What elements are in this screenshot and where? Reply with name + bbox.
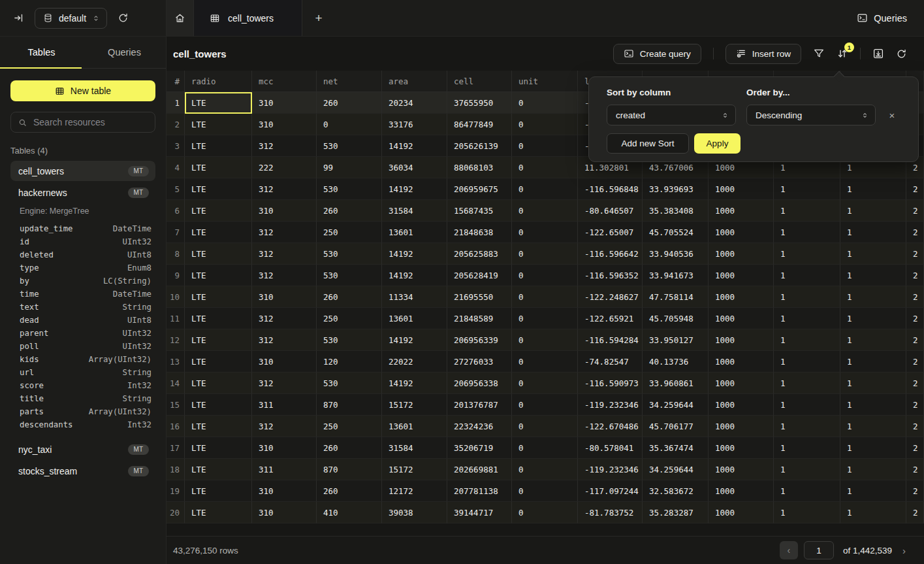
table-cell[interactable]: 1 bbox=[840, 308, 906, 329]
table-cell[interactable]: 530 bbox=[317, 178, 382, 200]
sort-column-select[interactable]: created bbox=[607, 105, 736, 125]
table-cell[interactable]: LTE bbox=[185, 200, 252, 222]
table-cell[interactable]: -116.596642 bbox=[578, 243, 643, 265]
table-cell[interactable]: 1000 bbox=[709, 437, 774, 459]
table-cell[interactable]: -74.82547 bbox=[578, 351, 643, 373]
table-cell[interactable]: 37655950 bbox=[447, 92, 512, 114]
table-cell[interactable]: 530 bbox=[317, 373, 382, 394]
remove-sort-button[interactable]: × bbox=[884, 107, 900, 123]
table-cell[interactable]: 120 bbox=[317, 351, 382, 373]
table-cell[interactable]: -119.232346 bbox=[578, 459, 643, 480]
table-cell[interactable]: 312 bbox=[252, 373, 317, 394]
table-cell[interactable]: 312 bbox=[252, 135, 317, 157]
table-cell[interactable]: 206956338 bbox=[447, 373, 512, 394]
table-cell[interactable]: 11334 bbox=[382, 286, 447, 308]
refresh-connection-icon[interactable] bbox=[118, 12, 129, 24]
table-cell[interactable]: 32.583672 bbox=[643, 480, 709, 502]
table-cell[interactable]: -116.596848 bbox=[578, 178, 643, 200]
table-cell[interactable]: 1000 bbox=[709, 265, 774, 286]
table-cell[interactable]: -117.097244 bbox=[578, 480, 643, 502]
table-cell[interactable]: 2 bbox=[906, 502, 924, 523]
table-cell[interactable]: 1 bbox=[774, 373, 840, 394]
table-cell[interactable]: 1000 bbox=[709, 200, 774, 222]
table-cell[interactable]: 36034 bbox=[382, 157, 447, 178]
sidebar-item-nyc-taxi[interactable]: nyc_taxi MT bbox=[10, 439, 155, 459]
table-cell[interactable]: 250 bbox=[317, 222, 382, 243]
selected-cell[interactable]: LTE bbox=[185, 92, 252, 114]
table-cell[interactable]: -116.594284 bbox=[578, 329, 643, 351]
create-query-button[interactable]: Create query bbox=[613, 44, 701, 64]
table-cell[interactable]: 45.705524 bbox=[643, 222, 709, 243]
table-cell[interactable]: 1 bbox=[840, 178, 906, 200]
table-row[interactable]: 9LTE312530141922056284190-116.59635233.9… bbox=[167, 265, 924, 286]
table-cell[interactable]: 2 bbox=[906, 394, 924, 416]
table-row[interactable]: 7LTE31225013601218486380-122.6500745.705… bbox=[167, 222, 924, 243]
table-cell[interactable]: 1 bbox=[774, 222, 840, 243]
table-cell[interactable]: 206959675 bbox=[447, 178, 512, 200]
table-cell[interactable]: 1 bbox=[840, 286, 906, 308]
table-cell[interactable]: -81.783752 bbox=[578, 502, 643, 523]
table-cell[interactable]: 33.950127 bbox=[643, 329, 709, 351]
table-cell[interactable]: 1000 bbox=[709, 459, 774, 480]
table-cell[interactable]: 33.960861 bbox=[643, 373, 709, 394]
table-cell[interactable]: 0 bbox=[317, 114, 382, 135]
table-cell[interactable]: 1 bbox=[774, 178, 840, 200]
sidebar-tab-tables[interactable]: Tables bbox=[0, 37, 83, 68]
table-cell[interactable]: 312 bbox=[252, 416, 317, 437]
table-row[interactable]: 6LTE31026031584156874350-80.64650735.383… bbox=[167, 200, 924, 222]
table-cell[interactable]: -122.65921 bbox=[578, 308, 643, 329]
table-cell[interactable]: 2 bbox=[906, 265, 924, 286]
collapse-sidebar-icon[interactable] bbox=[13, 12, 24, 24]
table-cell[interactable]: 870 bbox=[317, 459, 382, 480]
table-cell[interactable]: 0 bbox=[512, 416, 578, 437]
table-cell[interactable]: 1 bbox=[840, 329, 906, 351]
table-cell[interactable]: 1 bbox=[774, 243, 840, 265]
table-cell[interactable]: 2 bbox=[906, 329, 924, 351]
table-row[interactable]: 5LTE312530141922069596750-116.59684833.9… bbox=[167, 178, 924, 200]
table-cell[interactable]: 0 bbox=[512, 394, 578, 416]
table-cell[interactable]: 312 bbox=[252, 222, 317, 243]
table-cell[interactable]: 310 bbox=[252, 92, 317, 114]
table-cell[interactable]: 33.940536 bbox=[643, 243, 709, 265]
sort-button[interactable]: 1 bbox=[836, 48, 848, 59]
table-cell[interactable]: 530 bbox=[317, 265, 382, 286]
table-cell[interactable]: 1 bbox=[840, 480, 906, 502]
table-cell[interactable]: 1 bbox=[840, 222, 906, 243]
table-cell[interactable]: -122.65007 bbox=[578, 222, 643, 243]
table-cell[interactable]: 1 bbox=[774, 351, 840, 373]
table-cell[interactable]: 1 bbox=[774, 308, 840, 329]
table-cell[interactable]: 21848589 bbox=[447, 308, 512, 329]
table-cell[interactable]: LTE bbox=[185, 437, 252, 459]
table-cell[interactable]: 14192 bbox=[382, 135, 447, 157]
table-cell[interactable]: LTE bbox=[185, 243, 252, 265]
table-cell[interactable]: 33.941673 bbox=[643, 265, 709, 286]
table-row[interactable]: 18LTE311870151722026698810-119.23234634.… bbox=[167, 459, 924, 480]
table-row[interactable]: 17LTE31026031584352067190-80.57804135.36… bbox=[167, 437, 924, 459]
table-cell[interactable]: 21695550 bbox=[447, 286, 512, 308]
table-cell[interactable]: 1 bbox=[774, 329, 840, 351]
table-cell[interactable]: 99 bbox=[317, 157, 382, 178]
table-cell[interactable]: LTE bbox=[185, 222, 252, 243]
table-cell[interactable]: 0 bbox=[512, 114, 578, 135]
table-cell[interactable]: 2 bbox=[906, 437, 924, 459]
table-cell[interactable]: 1 bbox=[840, 200, 906, 222]
table-cell[interactable]: 250 bbox=[317, 308, 382, 329]
table-cell[interactable]: 1 bbox=[840, 243, 906, 265]
table-cell[interactable]: LTE bbox=[185, 373, 252, 394]
table-cell[interactable]: 201376787 bbox=[447, 394, 512, 416]
table-cell[interactable]: 47.758114 bbox=[643, 286, 709, 308]
table-cell[interactable]: 312 bbox=[252, 329, 317, 351]
row-number-header[interactable]: # bbox=[167, 71, 185, 92]
table-cell[interactable]: 311 bbox=[252, 459, 317, 480]
table-cell[interactable]: 31584 bbox=[382, 437, 447, 459]
download-button[interactable] bbox=[872, 48, 884, 59]
table-cell[interactable]: 312 bbox=[252, 178, 317, 200]
column-header[interactable]: cell bbox=[447, 71, 512, 92]
table-cell[interactable]: 1000 bbox=[709, 351, 774, 373]
table-row[interactable]: 11LTE31225013601218485890-122.6592145.70… bbox=[167, 308, 924, 329]
new-tab-button[interactable]: + bbox=[302, 0, 335, 36]
table-cell[interactable]: LTE bbox=[185, 157, 252, 178]
table-cell[interactable]: 45.705948 bbox=[643, 308, 709, 329]
table-cell[interactable]: 2 bbox=[906, 178, 924, 200]
database-selector[interactable]: default bbox=[35, 8, 107, 29]
